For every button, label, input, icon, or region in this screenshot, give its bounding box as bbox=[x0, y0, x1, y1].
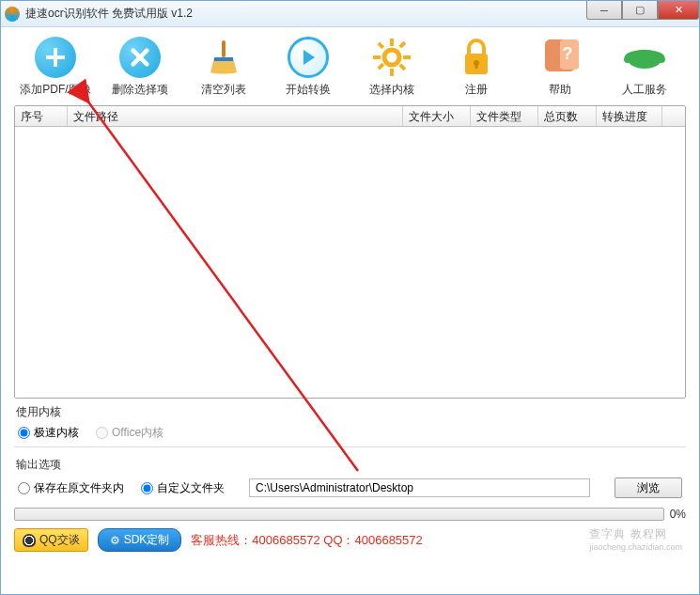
svg-point-15 bbox=[627, 53, 636, 62]
footer: QQ交谈 ⚙ SDK定制 客服热线：4006685572 QQ：40066855… bbox=[14, 528, 686, 552]
path-input[interactable] bbox=[249, 478, 590, 497]
start-button[interactable]: 开始转换 bbox=[272, 37, 344, 98]
clear-button[interactable]: 清空列表 bbox=[188, 37, 259, 98]
start-label: 开始转换 bbox=[286, 82, 331, 98]
broom-icon bbox=[203, 37, 244, 78]
custom-folder-radio[interactable]: 自定义文件夹 bbox=[141, 480, 225, 496]
custom-folder-label: 自定义文件夹 bbox=[157, 480, 225, 496]
col-type[interactable]: 文件类型 bbox=[471, 106, 538, 126]
sdk-button[interactable]: ⚙ SDK定制 bbox=[98, 528, 182, 552]
sdk-gear-icon: ⚙ bbox=[110, 534, 120, 547]
delete-button[interactable]: 删除选择项 bbox=[104, 37, 176, 98]
table-header: 序号 文件路径 文件大小 文件类型 总页数 转换进度 bbox=[15, 106, 685, 127]
file-table: 序号 文件路径 文件大小 文件类型 总页数 转换进度 bbox=[14, 105, 686, 399]
separator bbox=[14, 446, 686, 447]
office-engine-input bbox=[96, 427, 108, 439]
titlebar: 捷速ocr识别软件 免费试用版 v1.2 ─ ▢ ✕ bbox=[1, 1, 699, 27]
col-spacer bbox=[662, 106, 685, 126]
col-path[interactable]: 文件路径 bbox=[68, 106, 403, 126]
svg-point-16 bbox=[653, 53, 662, 62]
output-section-label: 输出选项 bbox=[16, 457, 686, 473]
watermark-main: 查字典 教程网 bbox=[589, 527, 666, 540]
register-label: 注册 bbox=[465, 82, 488, 98]
window-controls: ─ ▢ ✕ bbox=[586, 1, 699, 20]
fast-engine-label: 极速内核 bbox=[34, 425, 79, 441]
watermark-sub: jiaocheng.chazidian.com bbox=[589, 542, 682, 552]
fast-engine-radio[interactable]: 极速内核 bbox=[18, 425, 79, 441]
engine-section-label: 使用内核 bbox=[16, 404, 686, 420]
svg-text:?: ? bbox=[563, 44, 573, 63]
col-progress[interactable]: 转换进度 bbox=[597, 106, 662, 126]
lock-icon bbox=[456, 37, 497, 78]
app-icon bbox=[5, 7, 20, 22]
col-pages[interactable]: 总页数 bbox=[538, 106, 597, 126]
office-engine-label: Office内核 bbox=[112, 425, 163, 441]
qq-label: QQ交谈 bbox=[39, 532, 80, 548]
svg-point-1 bbox=[384, 50, 399, 65]
office-engine-radio: Office内核 bbox=[96, 425, 163, 441]
toolbar: 添加PDF/图像 删除选择项 清空列表 开始转换 bbox=[14, 35, 686, 105]
delete-label: 删除选择项 bbox=[112, 82, 168, 98]
svg-rect-5 bbox=[403, 55, 411, 59]
help-icon: ? bbox=[539, 37, 581, 78]
register-button[interactable]: 注册 bbox=[441, 37, 512, 98]
save-original-input[interactable] bbox=[18, 482, 30, 494]
plus-icon bbox=[35, 37, 76, 78]
col-seq[interactable]: 序号 bbox=[15, 106, 68, 126]
engine-radio-row: 极速内核 Office内核 bbox=[14, 423, 686, 443]
add-pdf-label: 添加PDF/图像 bbox=[20, 82, 90, 98]
svg-rect-3 bbox=[390, 69, 394, 76]
engine-label: 选择内核 bbox=[369, 82, 414, 98]
table-body[interactable] bbox=[15, 127, 685, 398]
phone-icon bbox=[624, 37, 665, 78]
hotline-text: 客服热线：4006685572 QQ：4006685572 bbox=[191, 532, 422, 549]
help-label: 帮助 bbox=[549, 82, 571, 98]
play-icon bbox=[288, 37, 329, 78]
svg-rect-0 bbox=[222, 40, 226, 57]
svg-rect-12 bbox=[474, 63, 477, 69]
maximize-button[interactable]: ▢ bbox=[622, 1, 658, 20]
application-window: 捷速ocr识别软件 免费试用版 v1.2 ─ ▢ ✕ 添加PDF/图像 删除选择… bbox=[0, 0, 700, 595]
progress-wrap: 0% bbox=[14, 508, 686, 521]
progress-text: 0% bbox=[670, 508, 686, 521]
qq-icon bbox=[23, 534, 36, 547]
output-radio-row: 保存在原文件夹内 自定义文件夹 浏览 bbox=[14, 476, 686, 500]
watermark: 查字典 教程网 jiaocheng.chazidian.com bbox=[589, 526, 682, 552]
service-button[interactable]: 人工服务 bbox=[609, 37, 680, 98]
clear-label: 清空列表 bbox=[201, 82, 246, 98]
progress-bar bbox=[14, 508, 664, 521]
svg-rect-8 bbox=[399, 41, 407, 49]
save-original-radio[interactable]: 保存在原文件夹内 bbox=[18, 480, 124, 496]
window-title: 捷速ocr识别软件 免费试用版 v1.2 bbox=[25, 6, 193, 22]
svg-rect-6 bbox=[378, 41, 385, 49]
add-pdf-button[interactable]: 添加PDF/图像 bbox=[20, 37, 91, 98]
sdk-label: SDK定制 bbox=[124, 532, 170, 548]
help-button[interactable]: ? 帮助 bbox=[524, 37, 596, 98]
svg-rect-7 bbox=[399, 63, 407, 70]
minimize-button[interactable]: ─ bbox=[586, 1, 622, 20]
svg-rect-4 bbox=[373, 55, 381, 59]
gear-icon bbox=[371, 37, 412, 78]
svg-rect-2 bbox=[390, 39, 394, 46]
col-size[interactable]: 文件大小 bbox=[403, 106, 471, 126]
fast-engine-input[interactable] bbox=[18, 427, 30, 439]
service-label: 人工服务 bbox=[622, 82, 667, 98]
save-original-label: 保存在原文件夹内 bbox=[34, 480, 124, 496]
engine-button[interactable]: 选择内核 bbox=[356, 37, 428, 98]
close-button[interactable]: ✕ bbox=[658, 1, 699, 20]
custom-folder-input[interactable] bbox=[141, 482, 153, 494]
qq-chat-button[interactable]: QQ交谈 bbox=[14, 528, 88, 552]
svg-rect-9 bbox=[378, 63, 385, 70]
browse-button[interactable]: 浏览 bbox=[614, 478, 682, 498]
x-icon bbox=[119, 37, 161, 78]
